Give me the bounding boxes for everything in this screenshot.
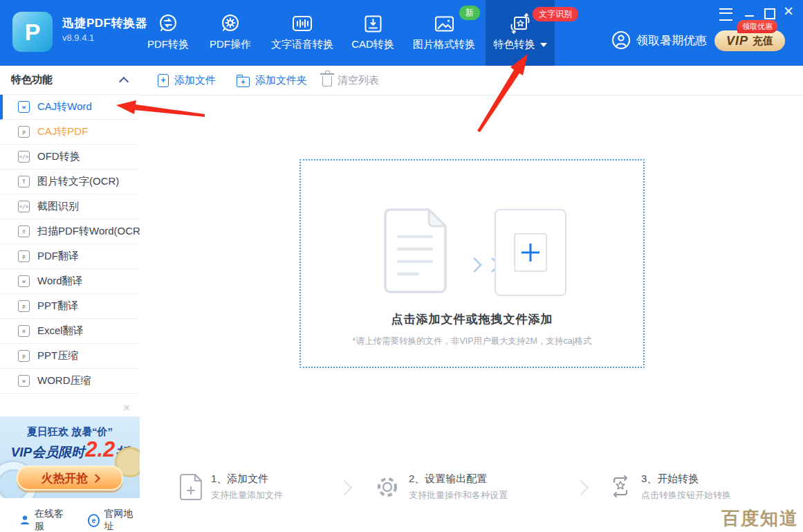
sidebar-section-title: 特色功能: [11, 73, 53, 86]
add-folder-button[interactable]: 添加文件夹: [237, 66, 307, 95]
doc-zip-w-icon: w: [18, 375, 30, 387]
add-file-button[interactable]: 添加文件: [158, 66, 216, 95]
square-t-icon: T: [18, 176, 30, 187]
sidebar-item-excel-translate[interactable]: e Excel翻译: [0, 319, 140, 344]
audio-wave-icon: [265, 12, 340, 35]
promo-close-icon[interactable]: ×: [123, 403, 130, 413]
vip-discount-badge: 领取优惠: [737, 20, 777, 33]
plus-icon: [514, 233, 547, 272]
trash-icon: [322, 76, 332, 86]
step-star-convert-icon: [607, 473, 634, 502]
step-separator-icon: [573, 480, 589, 496]
sidebar-item-word-translate[interactable]: w Word翻译: [0, 269, 140, 294]
promo-grab-button[interactable]: 火热开抢: [17, 466, 123, 490]
sidebar-item-caj-to-pdf[interactable]: p CAJ转PDF: [0, 120, 140, 145]
menu-icon[interactable]: [719, 8, 732, 21]
sidebar-item-image-to-text-ocr[interactable]: T 图片转文字(OCR): [0, 169, 140, 194]
dropdown-caret-icon: [540, 43, 547, 47]
online-support-link[interactable]: 在线客服: [19, 508, 70, 532]
step-add-file: 1、添加文件 支持批量添加文件: [180, 473, 283, 502]
main-area: 添加文件 添加文件夹 清空列表: [140, 66, 803, 532]
step-configure-output: 2、设置输出配置 支持批量操作和各种设置: [373, 473, 508, 502]
sidebar-item-caj-to-word[interactable]: w CAJ转Word: [0, 95, 140, 120]
document-icon: [384, 208, 447, 293]
sidebar-item-ofd-convert[interactable]: </> OFD转换: [0, 145, 140, 169]
app-version: v8.9.4.1: [62, 33, 94, 43]
step-file-plus-icon: [180, 473, 203, 502]
account-promo-link[interactable]: 领取暑期优惠: [611, 30, 707, 50]
app-title: 迅捷PDF转换器: [62, 15, 147, 31]
minimize-button[interactable]: [745, 15, 754, 17]
file-dropzone[interactable]: 点击添加文件或拖拽文件添加 *请上传需要转换的文件，非VIP用户最大支持2M，支…: [299, 159, 645, 368]
support-person-icon: [19, 515, 30, 526]
official-site-link[interactable]: e 官网地址: [88, 508, 140, 532]
workflow-steps: 1、添加文件 支持批量添加文件 2、设置输出配置 支持批量操作和各种设置: [140, 473, 803, 514]
maximize-button[interactable]: [764, 8, 775, 19]
doc-code-icon: </>: [18, 201, 30, 212]
file-plus-icon: [158, 74, 169, 87]
pdf-convert-icon: [140, 12, 196, 35]
add-target-icon: [495, 209, 566, 296]
sidebar-item-word-compress[interactable]: w WORD压缩: [0, 369, 140, 394]
step-gear-icon: [373, 473, 401, 502]
clear-list-button[interactable]: 清空列表: [322, 66, 379, 95]
nav-text-speech-convert[interactable]: 文字语音转换: [265, 0, 340, 66]
doc-p-icon: p: [18, 300, 30, 312]
cad-icon: [342, 12, 403, 35]
vip-recharge-button[interactable]: VIP 充值: [714, 30, 785, 51]
sidebar-item-ppt-translate[interactable]: p PPT翻译: [0, 294, 140, 319]
pdf-operate-icon: [203, 12, 258, 35]
promo-line1: 夏日狂欢 放暑“价”: [0, 425, 140, 439]
dropzone-title: 点击添加文件或拖拽文件添加: [301, 311, 643, 327]
sidebar-item-screenshot-recognize[interactable]: </> 截图识别: [0, 194, 140, 219]
sidebar-item-ppt-compress[interactable]: p PPT压缩: [0, 344, 140, 369]
doc-code-icon: </>: [18, 151, 30, 163]
close-button[interactable]: ×: [784, 3, 793, 19]
step-start-convert: 3、开始转换 点击转换按钮开始转换: [607, 473, 731, 502]
sidebar-section-header: 特色功能: [0, 66, 140, 95]
doc-scan-icon: ≡: [18, 226, 30, 237]
sidebar-footer-links: 在线客服 e 官网地址: [0, 508, 140, 532]
collapse-chevron-icon[interactable]: [119, 77, 129, 86]
app-window: P 迅捷PDF转换器 v8.9.4.1 PDF转换 PDF操作: [0, 0, 803, 532]
watermark: 百度知道: [721, 506, 799, 531]
nav-cad-convert[interactable]: CAD转换: [342, 0, 403, 66]
doc-w-icon: w: [18, 101, 30, 113]
file-toolbar: 添加文件 添加文件夹 清空列表: [140, 66, 803, 95]
dropzone-subtitle: *请上传需要转换的文件，非VIP用户最大支持2M，支持caj格式: [301, 336, 643, 347]
doc-e-icon: e: [18, 325, 30, 337]
new-badge: 新: [459, 6, 480, 20]
sidebar: 特色功能 w CAJ转Word p CAJ转PDF </> OFD转换 T 图片…: [0, 66, 140, 532]
nav-pdf-operate[interactable]: PDF操作: [203, 0, 258, 66]
doc-zip-p-icon: p: [18, 350, 30, 362]
folder-plus-icon: [237, 77, 250, 87]
sidebar-item-scan-pdf-to-word-ocr[interactable]: ≡ 扫描PDF转Word(OCR): [0, 219, 140, 244]
doc-p-icon: p: [18, 126, 30, 138]
nav-pdf-convert[interactable]: PDF转换: [140, 0, 196, 66]
app-logo: P: [12, 12, 53, 52]
user-icon: [611, 30, 631, 50]
chevron-right-icon: [91, 474, 100, 483]
header-bar: P 迅捷PDF转换器 v8.9.4.1 PDF转换 PDF操作: [0, 0, 803, 66]
doc-p-icon: p: [18, 250, 30, 262]
step-separator-icon: [337, 480, 353, 496]
doc-w-icon: w: [18, 275, 30, 287]
sidebar-item-pdf-translate[interactable]: p PDF翻译: [0, 244, 140, 269]
promo-banner[interactable]: 夏日狂欢 放暑“价” VIP会员限时 2.2 折 火热开抢: [0, 416, 140, 498]
browser-e-icon: e: [88, 514, 100, 527]
ocr-feature-badge: 文字识别: [533, 7, 578, 21]
